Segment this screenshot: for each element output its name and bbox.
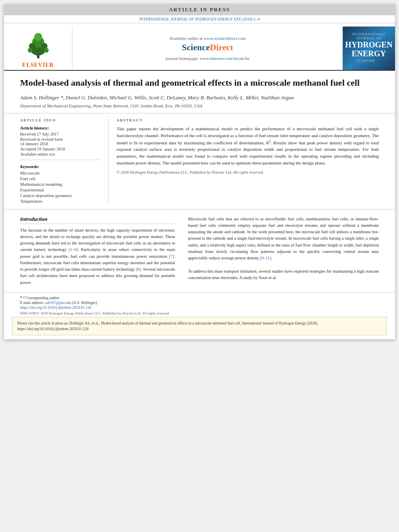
article-info-section: ARTICLE INFO Article history: Received 1…: [4, 113, 395, 210]
doi-footnote: https://doi.org/10.1016/j.ijhydene.2018.…: [20, 306, 379, 310]
citation-text: Please cite this article in press as: Ho…: [17, 321, 318, 331]
abstract-copyright: © 2018 Hydrogen Energy Publications LLC.…: [117, 170, 379, 175]
svg-point-6: [28, 48, 33, 53]
available-online-text: Available online at www.sciencedirect.co…: [169, 36, 246, 41]
svg-point-7: [44, 48, 49, 53]
keyword-4: Experimental: [20, 187, 100, 192]
svg-point-3: [34, 33, 42, 41]
accepted-date: Accepted 19 January 2018: [20, 147, 100, 151]
keywords-heading: Keywords:: [20, 164, 100, 169]
doi-link[interactable]: https://doi.org/10.1016/j.ijhydene.2018.…: [20, 306, 91, 310]
footnote-area: * * Corresponding author. E-mail address…: [4, 292, 395, 317]
article-title-area: Model-based analysis of thermal and geom…: [4, 71, 395, 113]
keyword-6: Temperature: [20, 199, 100, 203]
article-in-press-banner: ARTICLE IN PRESS: [4, 4, 395, 15]
elsevier-logo-area: ELSEVIER: [4, 27, 72, 70]
sciencedirect-logo: ScienceDirect: [182, 42, 233, 53]
elsevier-label: ELSEVIER: [22, 62, 54, 68]
keyword-2: Fuel cell: [20, 176, 100, 181]
journal-homepage: journal homepage: www.elsevier.com/locat…: [166, 56, 250, 61]
corresponding-author-note: * * Corresponding author.: [20, 296, 379, 300]
article-info-left: ARTICLE INFO Article history: Received 1…: [20, 118, 109, 204]
history-heading: Article history:: [20, 125, 100, 130]
top-header: ELSEVIER Available online at www.science…: [4, 23, 395, 71]
abstract-text: This paper reports the development of a …: [117, 125, 379, 167]
authors-text: Adam S. Hollinger *, Daniel G. Doleiden,…: [20, 94, 294, 101]
abstract-label: ABSTRACT: [117, 118, 379, 122]
content-left-col: Introduction The increase in the number …: [20, 216, 181, 286]
received-date: Received 17 July 2017: [20, 132, 100, 136]
article-title: Model-based analysis of thermal and geom…: [20, 77, 379, 89]
svg-text:ELSEVIER: ELSEVIER: [357, 59, 375, 63]
citation-box: Please cite this article in press as: Ho…: [12, 317, 387, 336]
footer-copyright: 0360-3199/© 2018 Hydrogen Energy Publica…: [20, 311, 379, 315]
right-logo-area: INTERNATIONAL JOURNAL OF HYDROGENENERGY …: [343, 27, 395, 70]
keyword-1: Microscale: [20, 170, 100, 175]
introduction-left-text: The increase in the number of smart devi…: [20, 227, 175, 286]
main-content: Introduction The increase in the number …: [4, 210, 395, 292]
journal-header-text: INTERNATIONAL JOURNAL OF HYDROGEN ENERGY…: [139, 17, 260, 21]
article-info-label: ARTICLE INFO: [20, 118, 100, 122]
author-email-link[interactable]: ash167@psu.edu: [45, 301, 71, 305]
introduction-heading: Introduction: [20, 216, 175, 224]
abstract-section: ABSTRACT This paper reports the developm…: [109, 118, 379, 204]
received-revised-date: Received in revised form14 January 2018: [20, 137, 100, 146]
elsevier-tree-icon: [20, 28, 56, 60]
authors-list: Adam S. Hollinger *, Daniel G. Doleiden,…: [20, 94, 379, 101]
keyword-5: Catalyst deposition geometry: [20, 193, 100, 198]
page: ARTICLE IN PRESS INTERNATIONAL JOURNAL O…: [4, 4, 395, 339]
sciencedirect-url[interactable]: www.sciencedirect.com: [204, 36, 246, 41]
affiliation-text: Department of Mechanical Engineering, Pe…: [20, 103, 379, 108]
article-in-press-text: ARTICLE IN PRESS: [169, 6, 230, 12]
keywords-section: Keywords: Microscale Fuel cell Mathemati…: [20, 164, 100, 203]
available-online-date: Available online xxx: [20, 152, 100, 156]
article-history: Article history: Received 17 July 2017 R…: [20, 125, 100, 156]
right-logo-sub: ELSEVIER: [357, 58, 381, 64]
journal-header-line: INTERNATIONAL JOURNAL OF HYDROGEN ENERGY…: [4, 15, 395, 23]
email-footnote: E-mail address: ash167@psu.edu (A.S. Hol…: [20, 301, 379, 305]
introduction-right-text: Microscale fuel cells that are referred …: [188, 216, 379, 281]
journal-url[interactable]: www.elsevier.com/locate/he: [200, 56, 250, 61]
elsevier-sub-icon: ELSEVIER: [357, 58, 381, 63]
center-header: Available online at www.sciencedirect.co…: [72, 27, 343, 70]
right-logo-main: HYDROGENENERGY: [345, 40, 393, 58]
keyword-3: Mathematical modeling: [20, 182, 100, 187]
content-right-col: Microscale fuel cells that are referred …: [181, 216, 379, 286]
right-logo-title: INTERNATIONAL JOURNAL OF: [346, 32, 392, 40]
divider: [20, 160, 100, 160]
